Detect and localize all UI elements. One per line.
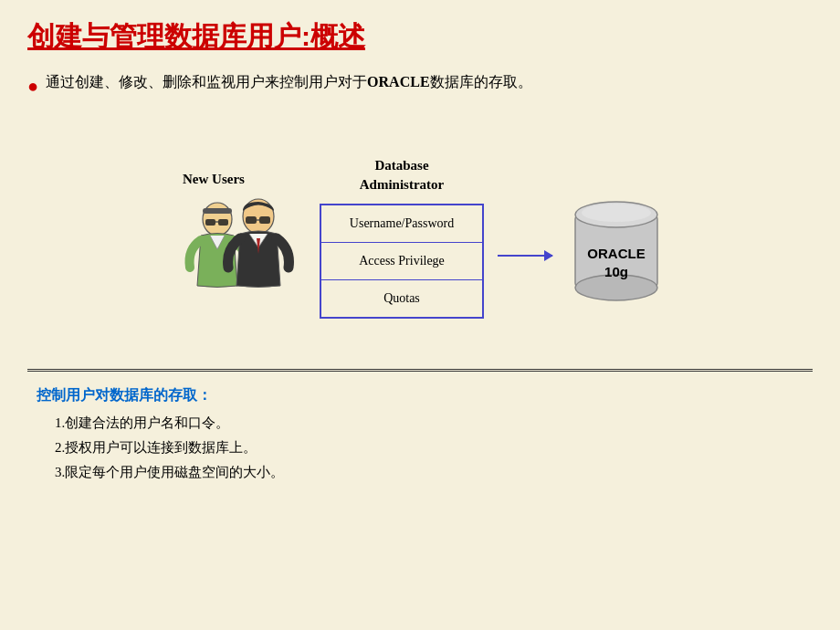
dba-label: Database Administrator bbox=[360, 156, 445, 194]
info-row-access: Access Privilege bbox=[321, 243, 482, 280]
svg-point-11 bbox=[582, 204, 651, 222]
bullet-text: 通过创建、修改、删除和监视用户来控制用户对于ORACLE数据库的存取。 bbox=[46, 70, 531, 94]
svg-rect-3 bbox=[218, 219, 228, 226]
info-box: Username/Password Access Privilege Quota… bbox=[320, 204, 484, 319]
list-item-3: 3.限定每个用户使用磁盘空间的大小。 bbox=[55, 460, 803, 485]
new-users-section: New Users bbox=[173, 172, 292, 304]
svg-text:ORACLE: ORACLE bbox=[587, 246, 645, 261]
svg-rect-1 bbox=[203, 208, 232, 214]
info-row-username: Username/Password bbox=[321, 205, 482, 243]
list-item-1: 1.创建合法的用户名和口令。 bbox=[55, 411, 803, 436]
users-figure bbox=[173, 194, 292, 304]
bullet-item: ● 通过创建、修改、删除和监视用户来控制用户对于ORACLE数据库的存取。 bbox=[27, 70, 813, 100]
bullet-dot-icon: ● bbox=[27, 71, 38, 100]
diagram-area: New Users bbox=[27, 110, 813, 365]
arrow-section bbox=[498, 255, 552, 257]
list-item-2: 2.授权用户可以连接到数据库上。 bbox=[55, 436, 803, 460]
center-section: Database Administrator Username/Password… bbox=[320, 156, 484, 319]
svg-rect-2 bbox=[205, 219, 215, 226]
info-row-quotas: Quotas bbox=[321, 280, 482, 317]
bottom-title: 控制用户对数据库的存取： bbox=[37, 386, 803, 405]
svg-point-0 bbox=[203, 203, 232, 236]
oracle-cylinder-section: ORACLE 10g bbox=[566, 196, 667, 306]
cylinder-svg: ORACLE 10g bbox=[566, 196, 667, 306]
bottom-list: 1.创建合法的用户名和口令。 2.授权用户可以连接到数据库上。 3.限定每个用户… bbox=[37, 411, 803, 485]
bullet-text-part2: 数据库的存取。 bbox=[430, 74, 532, 89]
svg-text:10g: 10g bbox=[604, 264, 628, 279]
oracle-bold-text: ORACLE bbox=[367, 74, 429, 89]
svg-rect-7 bbox=[259, 216, 270, 224]
bottom-section: 控制用户对数据库的存取： 1.创建合法的用户名和口令。 2.授权用户可以连接到数… bbox=[27, 379, 813, 492]
slide-page: 创建与管理数据库用户:概述 ● 通过创建、修改、删除和监视用户来控制用户对于OR… bbox=[0, 0, 840, 630]
divider bbox=[27, 369, 813, 372]
page-title: 创建与管理数据库用户:概述 bbox=[27, 18, 813, 56]
bullet-text-part1: 通过创建、修改、删除和监视用户来控制用户对于 bbox=[46, 74, 367, 89]
svg-rect-6 bbox=[246, 216, 257, 224]
new-users-label: New Users bbox=[183, 172, 245, 187]
bullet-section: ● 通过创建、修改、删除和监视用户来控制用户对于ORACLE数据库的存取。 bbox=[27, 70, 813, 100]
arrow-line bbox=[498, 255, 552, 257]
